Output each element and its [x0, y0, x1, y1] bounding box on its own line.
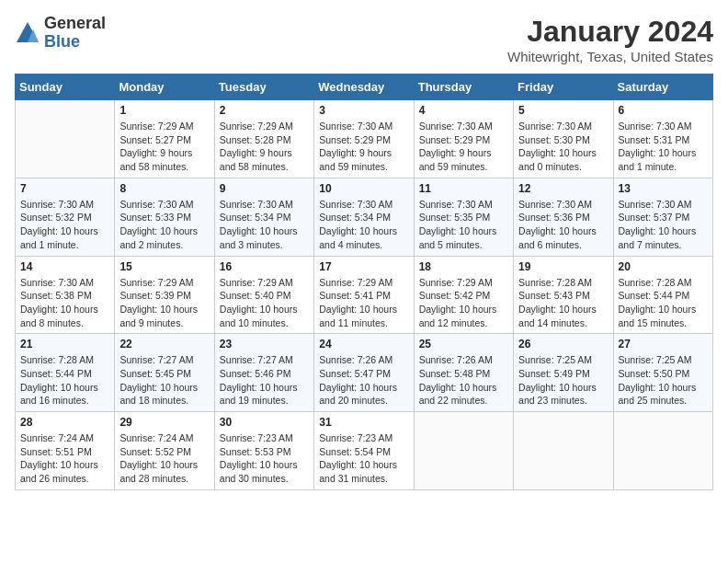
calendar-day-cell	[16, 100, 115, 178]
day-info: Sunrise: 7:27 AMSunset: 5:45 PMDaylight:…	[119, 353, 209, 408]
day-info: Sunrise: 7:30 AMSunset: 5:35 PMDaylight:…	[419, 198, 508, 252]
calendar-day-cell: 2Sunrise: 7:29 AMSunset: 5:28 PMDaylight…	[214, 100, 313, 178]
day-info: Sunrise: 7:30 AMSunset: 5:29 PMDaylight:…	[419, 120, 508, 174]
calendar-week-row: 21Sunrise: 7:28 AMSunset: 5:44 PMDayligh…	[16, 334, 713, 412]
day-info: Sunrise: 7:30 AMSunset: 5:38 PMDaylight:…	[20, 276, 109, 330]
day-info: Sunrise: 7:29 AMSunset: 5:27 PMDaylight:…	[119, 120, 209, 174]
calendar-day-cell: 12Sunrise: 7:30 AMSunset: 5:36 PMDayligh…	[514, 178, 613, 256]
day-info: Sunrise: 7:30 AMSunset: 5:30 PMDaylight:…	[518, 120, 608, 174]
day-number: 27	[619, 338, 708, 350]
calendar-day-cell: 27Sunrise: 7:25 AMSunset: 5:50 PMDayligh…	[613, 334, 712, 412]
day-number: 15	[119, 260, 209, 273]
title-block: January 2024 Whitewright, Texas, United …	[507, 15, 713, 64]
day-number: 16	[220, 260, 309, 273]
calendar-day-cell: 30Sunrise: 7:23 AMSunset: 5:53 PMDayligh…	[214, 412, 313, 490]
day-number: 14	[20, 260, 109, 273]
day-info: Sunrise: 7:30 AMSunset: 5:31 PMDaylight:…	[619, 120, 708, 174]
calendar-day-cell: 31Sunrise: 7:23 AMSunset: 5:54 PMDayligh…	[314, 412, 414, 490]
calendar-day-cell: 5Sunrise: 7:30 AMSunset: 5:30 PMDaylight…	[514, 100, 613, 178]
day-info: Sunrise: 7:25 AMSunset: 5:49 PMDaylight:…	[518, 353, 608, 408]
calendar-day-cell: 13Sunrise: 7:30 AMSunset: 5:37 PMDayligh…	[613, 178, 712, 256]
day-number: 10	[319, 182, 408, 195]
weekday-header-row: SundayMondayTuesdayWednesdayThursdayFrid…	[16, 75, 713, 100]
day-info: Sunrise: 7:28 AMSunset: 5:44 PMDaylight:…	[619, 276, 708, 330]
weekday-header: Thursday	[414, 75, 513, 100]
calendar-day-cell: 18Sunrise: 7:29 AMSunset: 5:42 PMDayligh…	[414, 256, 513, 334]
calendar-day-cell: 19Sunrise: 7:28 AMSunset: 5:43 PMDayligh…	[514, 256, 613, 334]
day-info: Sunrise: 7:30 AMSunset: 5:29 PMDaylight:…	[319, 120, 408, 174]
day-number: 21	[20, 338, 109, 350]
page-header: General Blue January 2024 Whitewright, T…	[15, 15, 713, 64]
day-number: 9	[220, 182, 309, 195]
logo-icon	[15, 20, 40, 46]
day-number: 26	[518, 338, 608, 350]
day-number: 25	[419, 338, 508, 350]
day-number: 19	[518, 260, 608, 273]
calendar-day-cell: 3Sunrise: 7:30 AMSunset: 5:29 PMDaylight…	[314, 100, 414, 178]
calendar-day-cell: 1Sunrise: 7:29 AMSunset: 5:27 PMDaylight…	[115, 100, 214, 178]
day-info: Sunrise: 7:29 AMSunset: 5:42 PMDaylight:…	[419, 276, 508, 330]
weekday-header: Monday	[115, 75, 214, 100]
day-info: Sunrise: 7:29 AMSunset: 5:40 PMDaylight:…	[220, 276, 309, 330]
day-number: 3	[319, 104, 408, 117]
day-info: Sunrise: 7:27 AMSunset: 5:46 PMDaylight:…	[220, 353, 309, 408]
day-number: 31	[319, 416, 408, 429]
day-number: 18	[419, 260, 508, 273]
day-number: 11	[419, 182, 508, 195]
day-number: 23	[220, 338, 309, 350]
calendar-day-cell: 8Sunrise: 7:30 AMSunset: 5:33 PMDaylight…	[115, 178, 214, 256]
calendar-day-cell: 23Sunrise: 7:27 AMSunset: 5:46 PMDayligh…	[214, 334, 313, 412]
location: Whitewright, Texas, United States	[507, 49, 713, 64]
calendar-week-row: 1Sunrise: 7:29 AMSunset: 5:27 PMDaylight…	[16, 100, 713, 178]
day-number: 13	[619, 182, 708, 195]
day-info: Sunrise: 7:23 AMSunset: 5:53 PMDaylight:…	[220, 431, 309, 486]
logo: General Blue	[15, 15, 106, 52]
calendar-day-cell: 7Sunrise: 7:30 AMSunset: 5:32 PMDaylight…	[16, 178, 115, 256]
calendar-day-cell	[613, 412, 712, 490]
day-info: Sunrise: 7:24 AMSunset: 5:52 PMDaylight:…	[119, 431, 209, 486]
day-number: 12	[518, 182, 608, 195]
day-info: Sunrise: 7:26 AMSunset: 5:47 PMDaylight:…	[319, 353, 408, 408]
calendar-day-cell: 11Sunrise: 7:30 AMSunset: 5:35 PMDayligh…	[414, 178, 513, 256]
calendar-day-cell: 4Sunrise: 7:30 AMSunset: 5:29 PMDaylight…	[414, 100, 513, 178]
day-info: Sunrise: 7:23 AMSunset: 5:54 PMDaylight:…	[319, 431, 408, 486]
day-info: Sunrise: 7:29 AMSunset: 5:39 PMDaylight:…	[119, 276, 209, 330]
weekday-header: Tuesday	[214, 75, 313, 100]
calendar-week-row: 14Sunrise: 7:30 AMSunset: 5:38 PMDayligh…	[16, 256, 713, 334]
day-number: 7	[20, 182, 109, 195]
calendar-week-row: 28Sunrise: 7:24 AMSunset: 5:51 PMDayligh…	[16, 412, 713, 490]
day-info: Sunrise: 7:28 AMSunset: 5:44 PMDaylight:…	[20, 353, 109, 408]
calendar-day-cell: 6Sunrise: 7:30 AMSunset: 5:31 PMDaylight…	[613, 100, 712, 178]
calendar-day-cell: 26Sunrise: 7:25 AMSunset: 5:49 PMDayligh…	[514, 334, 613, 412]
logo-general: General	[44, 14, 106, 32]
logo-text: General Blue	[44, 15, 106, 52]
calendar-day-cell: 20Sunrise: 7:28 AMSunset: 5:44 PMDayligh…	[613, 256, 712, 334]
day-info: Sunrise: 7:26 AMSunset: 5:48 PMDaylight:…	[419, 353, 508, 408]
calendar-day-cell	[514, 412, 613, 490]
day-info: Sunrise: 7:30 AMSunset: 5:34 PMDaylight:…	[220, 198, 309, 252]
day-number: 4	[419, 104, 508, 117]
day-info: Sunrise: 7:24 AMSunset: 5:51 PMDaylight:…	[20, 431, 109, 486]
calendar-day-cell: 24Sunrise: 7:26 AMSunset: 5:47 PMDayligh…	[314, 334, 414, 412]
weekday-header: Sunday	[16, 75, 115, 100]
day-info: Sunrise: 7:29 AMSunset: 5:28 PMDaylight:…	[220, 120, 309, 174]
day-number: 6	[619, 104, 708, 117]
day-number: 24	[319, 338, 408, 350]
day-number: 29	[119, 416, 209, 429]
day-number: 1	[119, 104, 209, 117]
logo-blue: Blue	[44, 32, 80, 51]
calendar-day-cell: 28Sunrise: 7:24 AMSunset: 5:51 PMDayligh…	[16, 412, 115, 490]
calendar-day-cell: 15Sunrise: 7:29 AMSunset: 5:39 PMDayligh…	[115, 256, 214, 334]
calendar-day-cell: 17Sunrise: 7:29 AMSunset: 5:41 PMDayligh…	[314, 256, 414, 334]
day-number: 30	[220, 416, 309, 429]
day-info: Sunrise: 7:25 AMSunset: 5:50 PMDaylight:…	[619, 353, 708, 408]
day-info: Sunrise: 7:30 AMSunset: 5:34 PMDaylight:…	[319, 198, 408, 252]
day-number: 28	[20, 416, 109, 429]
day-info: Sunrise: 7:30 AMSunset: 5:33 PMDaylight:…	[119, 198, 209, 252]
calendar-day-cell: 14Sunrise: 7:30 AMSunset: 5:38 PMDayligh…	[16, 256, 115, 334]
day-info: Sunrise: 7:30 AMSunset: 5:37 PMDaylight:…	[619, 198, 708, 252]
calendar-day-cell: 9Sunrise: 7:30 AMSunset: 5:34 PMDaylight…	[214, 178, 313, 256]
weekday-header: Wednesday	[314, 75, 414, 100]
weekday-header: Friday	[514, 75, 613, 100]
day-number: 2	[220, 104, 309, 117]
